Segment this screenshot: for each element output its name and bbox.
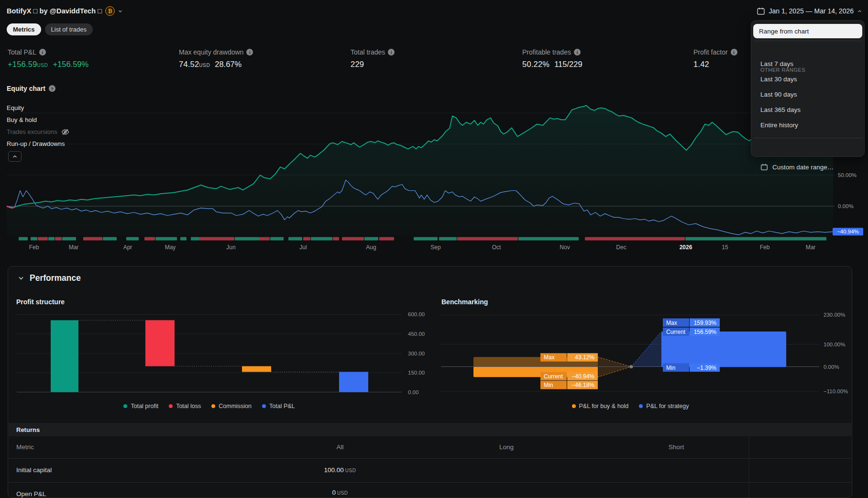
performance-title: Performance (30, 273, 81, 283)
svg-text:0.00%: 0.00% (838, 203, 854, 209)
legend-label: Commission (219, 403, 252, 409)
column-short: Short (628, 443, 724, 451)
legend-equity[interactable]: Equity (7, 103, 27, 112)
metric-value: 50.22% (522, 60, 549, 69)
column-metric: Metric (16, 443, 34, 451)
chevron-down-icon (118, 9, 122, 13)
tab-metrics[interactable]: Metrics (7, 23, 41, 35)
strategy-title: BotifyX □ by @DaviddTech □ (7, 7, 102, 15)
metric-extra: +156.59% (53, 60, 88, 69)
legend-dot-icon (169, 404, 173, 408)
date-range-dropdown: Range from chart OTHER RANGES Last 7 day… (751, 20, 865, 157)
metric-value: 229 (351, 60, 364, 69)
metric-total-pnl: Total P&Li +156.59USD+156.59% (8, 48, 88, 69)
table-row-open-pnl: Open P&L 0USD (9, 482, 851, 498)
legend-label: Total loss (176, 403, 201, 409)
svg-text:Apr: Apr (123, 244, 132, 251)
legend-runup-drawdowns[interactable]: Run-up / Drawdowns (7, 139, 67, 148)
returns-table-header: Metric All Long Short (9, 436, 851, 458)
bench-legend-item[interactable]: P&L for strategy (639, 403, 689, 409)
metric-label: Total trades (351, 48, 385, 56)
view-tabs: Metrics List of trades (7, 23, 93, 35)
metric-extra: 28.67% (215, 60, 242, 69)
menu-item-range-from-chart[interactable]: Range from chart (753, 24, 862, 38)
menu-item-last-90-days[interactable]: Last 90 days (751, 88, 864, 101)
performance-header[interactable]: Performance (18, 273, 81, 283)
metric-max-drawdown: Max equity drawdowni 74.52USD28.67% (179, 48, 253, 69)
svg-text:Mar: Mar (806, 244, 816, 251)
legend-label: P&L for buy & hold (579, 403, 629, 409)
tab-list-of-trades[interactable]: List of trades (45, 23, 93, 35)
row-label: Initial capital (16, 466, 52, 474)
performance-panel: Performance Profit structure Benchmarkin… (8, 266, 852, 498)
metric-total-trades: Total tradesi 229 (351, 48, 395, 69)
svg-text:Feb: Feb (29, 244, 39, 251)
menu-item-custom-date-range[interactable]: Custom date range… (751, 160, 864, 174)
menu-item-entire-history[interactable]: Entire history (751, 118, 864, 132)
profit-structure-legend: Total profitTotal lossCommissionTotal P&… (16, 403, 402, 409)
metric-profit-factor: Profit factori 1.42 (693, 48, 737, 69)
date-range-control[interactable]: Jan 1, 2025 — Mar 14, 2026 (757, 6, 862, 16)
menu-item-last-30-days[interactable]: Last 30 days (751, 72, 864, 86)
metric-label: Profitable trades (522, 48, 571, 56)
profit-legend-item[interactable]: Total profit (123, 403, 158, 409)
help-icon[interactable]: ? (49, 85, 55, 92)
legend-buy-and-hold[interactable]: Buy & hold (7, 115, 40, 124)
metric-extra: 115/229 (554, 60, 582, 69)
menu-divider (753, 41, 862, 41)
info-icon[interactable]: i (388, 49, 395, 55)
menu-item-last-7-days[interactable]: Last 7 days (751, 57, 864, 70)
info-icon[interactable]: i (39, 49, 46, 55)
metric-value: +156.59USD (8, 60, 48, 69)
eye-off-icon[interactable] (61, 129, 69, 135)
row-label: Open P&L (16, 490, 46, 498)
profit-legend-item[interactable]: Total P&L (262, 403, 295, 409)
legend-dot-icon (123, 404, 127, 408)
metric-value: 1.42 (693, 60, 709, 69)
metric-profitable-trades: Profitable tradesi 50.22%115/229 (522, 48, 582, 69)
svg-text:−40.94%: −40.94% (837, 229, 859, 234)
svg-text:2026: 2026 (680, 244, 692, 251)
table-row-initial-capital: Initial capital 100.00USD (9, 458, 851, 482)
bench-legend-item[interactable]: P&L for buy & hold (572, 403, 629, 409)
svg-text:May: May (165, 244, 176, 251)
svg-text:Aug: Aug (366, 244, 376, 251)
svg-text:Mar: Mar (69, 244, 79, 251)
svg-text:Jul: Jul (299, 244, 307, 251)
chevron-down-icon (18, 276, 24, 280)
legend-label: Total profit (131, 403, 158, 409)
row-value-all: 0USD (292, 489, 388, 496)
legend-label: Buy & hold (7, 116, 37, 123)
menu-item-last-365-days[interactable]: Last 365 days (751, 103, 864, 116)
profit-legend-item[interactable]: Commission (211, 403, 252, 409)
metric-value: 74.52USD (179, 60, 210, 69)
info-icon[interactable]: i (246, 49, 253, 55)
column-long: Long (459, 443, 554, 451)
calendar-icon (757, 7, 765, 15)
profit-legend-item[interactable]: Total loss (169, 403, 201, 409)
metric-label: Max equity drawdown (179, 48, 243, 56)
date-range-text: Jan 1, 2025 — Mar 14, 2026 (769, 7, 854, 15)
row-value-all: 100.00USD (292, 466, 388, 474)
strategy-tester-page: BotifyX □ by @DaviddTech □ ₿ Jan 1, 2025… (0, 0, 868, 498)
legend-trades-excursions[interactable]: Trades excursions (7, 127, 72, 136)
svg-text:15: 15 (722, 244, 728, 251)
benchmarking-legend: P&L for buy & holdP&L for strategy (441, 403, 819, 409)
svg-text:Dec: Dec (616, 244, 626, 251)
legend-dot-icon (211, 404, 215, 408)
strategy-title-row[interactable]: BotifyX □ by @DaviddTech □ ₿ (7, 6, 122, 16)
svg-text:Sep: Sep (430, 244, 441, 251)
legend-label: P&L for strategy (646, 403, 689, 409)
legend-label: Total P&L (269, 403, 295, 409)
svg-text:Oct: Oct (492, 244, 501, 251)
collapse-chart-button[interactable] (8, 151, 22, 162)
info-icon[interactable]: i (731, 49, 737, 55)
legend-dot-icon (639, 404, 643, 408)
menu-divider (753, 138, 862, 138)
metric-label: Total P&L (8, 48, 36, 56)
calendar-icon (760, 163, 768, 171)
column-all: All (292, 443, 388, 451)
info-icon[interactable]: i (574, 49, 581, 55)
chevron-up-icon (12, 155, 17, 158)
legend-dot-icon (262, 404, 266, 408)
